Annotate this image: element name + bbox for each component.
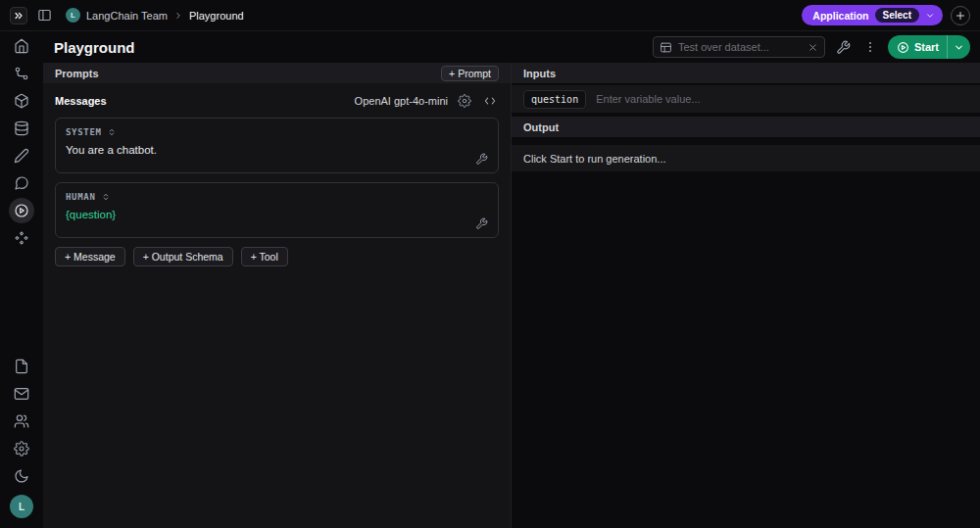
moon-icon <box>14 468 29 484</box>
output-empty-text: Click Start to run generation... <box>523 153 666 165</box>
chevron-down-icon <box>925 11 935 21</box>
header-controls: Start <box>653 35 970 59</box>
variable-row: question <box>512 85 980 113</box>
mail-icon <box>14 386 29 402</box>
sort-icon[interactable] <box>107 127 117 137</box>
sidebar-item-playground[interactable] <box>9 198 34 223</box>
sidebar-item-projects[interactable] <box>9 88 34 114</box>
output-header-bar: Output <box>512 117 980 137</box>
inputs-header: Inputs <box>523 68 556 79</box>
sidebar-item-feedback[interactable] <box>9 381 34 407</box>
sidebar-bottom: L <box>9 354 34 518</box>
view-code-button[interactable] <box>481 92 499 110</box>
message-card-human: HUMAN {question} <box>55 182 499 238</box>
output-empty-state: Click Start to run generation... <box>512 145 980 171</box>
messages-header: Messages <box>55 95 107 107</box>
prompt-tools-button[interactable] <box>834 38 853 57</box>
start-options-button[interactable] <box>948 42 970 53</box>
io-panel: Inputs question Output Click Start to ru… <box>511 63 980 528</box>
team-avatar: L <box>66 8 80 23</box>
settings-icon <box>14 441 29 456</box>
code-icon <box>483 94 497 108</box>
chat-bubble-icon <box>14 175 29 191</box>
sidebar-item-members[interactable] <box>9 408 34 434</box>
sidebar-rail: L <box>0 31 43 528</box>
panel-toggle-button[interactable] <box>35 6 54 24</box>
modules-icon <box>14 230 29 246</box>
messages-bar: Messages OpenAI gpt-4o-mini <box>43 83 511 118</box>
sidebar-item-datasets[interactable] <box>9 116 34 141</box>
kebab-icon <box>863 40 877 54</box>
add-output-schema-button[interactable]: + Output Schema <box>133 247 233 266</box>
topbar-actions: Application Select <box>802 5 970 25</box>
sidebar-item-prompts[interactable] <box>9 170 34 196</box>
add-row: + Message + Output Schema + Tool <box>55 247 499 266</box>
chevron-right-icon <box>173 11 183 21</box>
model-settings-button[interactable] <box>456 92 473 110</box>
add-button[interactable] <box>951 6 970 25</box>
panel-toggle-icon <box>37 8 52 23</box>
model-cluster: OpenAI gpt-4o-mini <box>355 92 499 110</box>
dataset-input[interactable] <box>678 41 802 53</box>
message-content[interactable]: You are a chatbot. <box>66 144 488 156</box>
play-icon <box>897 41 909 54</box>
role-label[interactable]: SYSTEM <box>66 127 102 137</box>
breadcrumb: L LangChain Team Playground <box>66 8 244 23</box>
sidebar-item-home[interactable] <box>9 33 34 59</box>
page-header: Playground <box>43 31 980 63</box>
home-icon <box>14 38 29 54</box>
sidebar-item-tracing[interactable] <box>9 61 34 86</box>
add-tool-button[interactable]: + Tool <box>241 247 288 266</box>
application-button[interactable]: Application Select <box>802 5 943 25</box>
output-header: Output <box>523 121 559 133</box>
page-title: Playground <box>54 39 135 56</box>
sort-icon[interactable] <box>101 192 111 202</box>
inputs-header-bar: Inputs <box>512 63 980 83</box>
document-icon <box>14 359 29 374</box>
breadcrumb-team[interactable]: LangChain Team <box>86 10 168 22</box>
message-content[interactable]: {question} <box>66 209 488 220</box>
play-circle-icon <box>14 203 29 218</box>
chevron-down-icon <box>954 42 964 53</box>
users-icon <box>14 413 29 429</box>
model-selector[interactable]: OpenAI gpt-4o-mini <box>355 95 448 107</box>
clear-icon[interactable] <box>808 42 818 53</box>
dataset-search[interactable] <box>653 36 825 58</box>
database-icon <box>14 120 29 136</box>
content: Playground <box>43 31 980 528</box>
dataset-icon <box>660 41 672 54</box>
add-prompt-button[interactable]: + Prompt <box>441 66 499 81</box>
application-label: Application <box>812 10 868 22</box>
application-select[interactable]: Select <box>875 8 919 23</box>
start-label: Start <box>914 41 939 53</box>
pencil-icon <box>14 148 29 164</box>
route-icon <box>14 66 29 81</box>
prompts-panel: Prompts + Prompt Messages OpenAI gpt-4o-… <box>43 63 511 528</box>
message-card-system: SYSTEM You are a chatbot. <box>55 118 499 173</box>
role-label[interactable]: HUMAN <box>66 192 96 202</box>
start-main[interactable]: Start <box>888 41 947 54</box>
sidebar-item-theme[interactable] <box>9 463 34 489</box>
variable-name: question <box>523 90 586 109</box>
plus-icon <box>955 10 966 22</box>
langsmith-logo[interactable] <box>10 7 27 24</box>
user-avatar[interactable]: L <box>10 495 33 518</box>
add-message-button[interactable]: + Message <box>55 247 125 266</box>
sidebar-item-docs[interactable] <box>9 354 34 379</box>
wrench-icon[interactable] <box>475 217 488 230</box>
sidebar-item-annotation[interactable] <box>9 143 34 168</box>
wrench-icon <box>836 40 851 55</box>
breadcrumb-current[interactable]: Playground <box>189 10 244 22</box>
topbar: L LangChain Team Playground Application … <box>0 0 980 31</box>
role-row: SYSTEM <box>66 127 488 137</box>
sidebar-item-settings[interactable] <box>9 436 34 461</box>
more-options-button[interactable] <box>861 38 879 56</box>
start-button[interactable]: Start <box>888 35 970 59</box>
prompts-header: Prompts <box>55 68 99 79</box>
sidebar-item-deployments[interactable] <box>9 225 34 251</box>
wrench-icon[interactable] <box>475 153 488 166</box>
gear-icon <box>458 94 471 108</box>
variable-value-input[interactable] <box>596 93 968 105</box>
role-row: HUMAN <box>66 192 488 202</box>
box-icon <box>14 93 29 109</box>
